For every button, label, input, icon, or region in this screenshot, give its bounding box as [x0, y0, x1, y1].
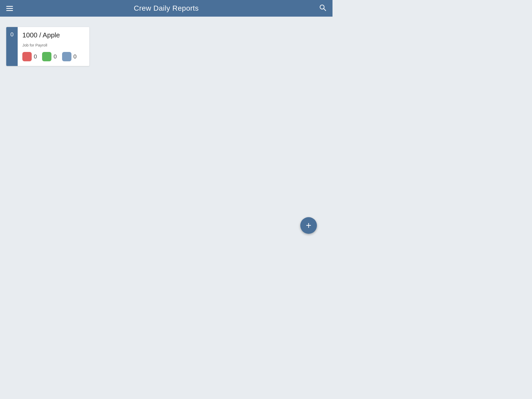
indicator-green: 0 [42, 52, 57, 61]
red-dot [22, 52, 32, 61]
card-indicators: 0 0 0 [22, 52, 85, 61]
svg-line-1 [324, 9, 326, 11]
card-body: 1000 / Apple Job for Payroll 0 0 0 [18, 27, 89, 66]
indicator-red: 0 [22, 52, 37, 61]
plus-icon: + [306, 221, 311, 230]
card-title: 1000 / Apple [22, 31, 85, 39]
search-button[interactable] [319, 4, 326, 13]
green-count: 0 [54, 53, 57, 60]
svg-point-0 [320, 5, 324, 9]
report-card[interactable]: 0 1000 / Apple Job for Payroll 0 0 0 [6, 27, 89, 66]
blue-count: 0 [74, 53, 77, 60]
blue-dot [62, 52, 71, 61]
card-subtitle: Job for Payroll [22, 43, 85, 47]
main-content: 0 1000 / Apple Job for Payroll 0 0 0 [0, 17, 332, 76]
indicator-blue: 0 [62, 52, 77, 61]
add-report-button[interactable]: + [300, 217, 317, 234]
card-badge: 0 [6, 27, 18, 66]
page-title: Crew Daily Reports [134, 4, 199, 12]
menu-button[interactable] [6, 6, 13, 11]
red-count: 0 [34, 53, 37, 60]
badge-count: 0 [10, 31, 14, 38]
green-dot [42, 52, 51, 61]
app-header: Crew Daily Reports [0, 0, 332, 17]
